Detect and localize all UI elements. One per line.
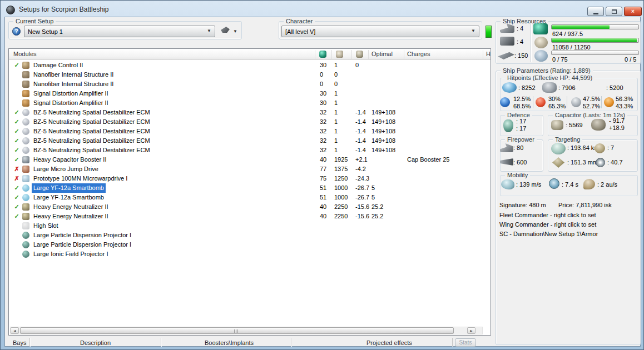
wing-commander-line[interactable]: Wing Commander - right click to set	[499, 221, 596, 228]
module-row[interactable]: ✗ Large Micro Jump Drive 77 1375 -4.2	[9, 164, 491, 174]
module-row[interactable]: Large Ionic Field Projector I	[9, 249, 491, 259]
tab-bays[interactable]: Bays	[13, 339, 26, 347]
targeting-range-icon	[551, 143, 566, 154]
kinetic-resist-icon	[571, 97, 581, 107]
launcher-hardpoints-icon	[500, 37, 514, 46]
module-pg-value: 1000	[334, 183, 348, 193]
module-cpu-value: 40	[320, 202, 326, 212]
module-row[interactable]: ✓ BZ-5 Neutralizing Spatial Destabilizer…	[9, 136, 491, 146]
capacitor-recharge-value: +18.9	[609, 124, 625, 132]
stats-button[interactable]: Stats	[455, 338, 476, 347]
horizontal-scrollbar[interactable]: ◄ ►	[10, 327, 483, 334]
module-row[interactable]: Nanofiber Internal Structure II 0 0	[9, 70, 491, 79]
module-cap-value: -26.7	[355, 183, 369, 193]
squad-commander-line[interactable]: SC - Damnation\New Setup 1\Armor	[499, 231, 598, 238]
module-name: Damage Control II	[32, 61, 85, 70]
mobility-label: Mobility	[505, 172, 530, 179]
scan-resolution-value: : 151.3 mm	[567, 159, 598, 166]
module-row[interactable]: ✓ BZ-5 Neutralizing Spatial Destabilizer…	[9, 146, 491, 155]
close-button[interactable]: ×	[624, 7, 642, 16]
powergrid-bar	[551, 38, 639, 43]
module-cap-value: -1.4	[355, 117, 366, 127]
module-name: BZ-5 Neutralizing Spatial Destabilizer E…	[32, 136, 152, 146]
character-skill-indicator	[486, 26, 492, 38]
charges-column-header: Charges	[407, 51, 430, 58]
module-name: Signal Distortion Amplifier II	[32, 89, 110, 98]
chevron-down-icon: ▼	[207, 28, 211, 33]
modules-column-header: Modules	[13, 51, 37, 58]
module-cap-value: -4.2	[355, 164, 366, 174]
module-row[interactable]: Large Particle Dispersion Projector I	[9, 240, 491, 249]
module-row[interactable]: ✓ Large YF-12a Smartbomb 51 1000 -26.7 5	[9, 183, 491, 193]
module-name: BZ-5 Neutralizing Spatial Destabilizer E…	[32, 117, 152, 127]
maximize-button[interactable]	[606, 7, 622, 16]
hitpoints-label: Hitpoints (Effective HP: 44,599)	[505, 74, 595, 82]
module-row[interactable]: Nanofiber Internal Structure II 0 0	[9, 79, 491, 89]
module-row[interactable]: Signal Distortion Amplifier II 30 1	[9, 98, 491, 108]
shield-hp-value: : 8252	[518, 84, 536, 92]
module-name: Nanofiber Internal Structure II	[32, 79, 115, 89]
module-row[interactable]: Large Particle Dispersion Projector I	[9, 231, 491, 240]
tab-projected-effects[interactable]: Projected effects	[366, 339, 412, 347]
character-select[interactable]: [All level V] ▼	[281, 26, 479, 37]
tab-description[interactable]: Description	[80, 339, 111, 347]
module-row[interactable]: ✓ BZ-5 Neutralizing Spatial Destabilizer…	[9, 108, 491, 117]
scroll-left-button[interactable]: ◄	[11, 327, 19, 334]
module-row[interactable]: ✓ BZ-5 Neutralizing Spatial Destabilizer…	[9, 117, 491, 127]
setup-select[interactable]: New Setup 1 ▼	[24, 26, 215, 37]
module-row[interactable]: ✓ Damage Control II 30 1 0	[9, 61, 491, 70]
module-cap-value: 0	[355, 61, 359, 70]
bottom-tab-bar: Bays Description Boosters\Implants Proje…	[8, 337, 491, 348]
module-icon	[22, 81, 29, 88]
module-pg-value: 1	[334, 98, 338, 108]
module-row[interactable]: ✓ BZ-5 Neutralizing Spatial Destabilizer…	[9, 127, 491, 136]
module-row[interactable]: ✓ Large YF-12a Smartbomb 51 1000 -26.7 5	[9, 193, 491, 202]
tab-boosters-implants[interactable]: Boosters\Implants	[205, 339, 254, 347]
capacitor-amount-value: : 5569	[566, 122, 583, 129]
module-pg-value: 2250	[334, 212, 348, 221]
module-rows: ✓ Damage Control II 30 1 0 Nanofiber Int…	[9, 61, 491, 259]
module-row[interactable]: ✓ Heavy Energy Neutralizer II 40 2250 -1…	[9, 212, 491, 221]
module-icon	[22, 251, 29, 258]
defence-bottom-value: : 17	[516, 125, 526, 132]
minimize-button[interactable]	[587, 7, 604, 16]
scrollbar-thumb[interactable]	[20, 327, 454, 334]
module-row[interactable]: ✓ Heavy Capacitor Booster II 40 1925 +2.…	[9, 155, 491, 164]
module-row[interactable]: ✗ Prototype 100MN Microwarpdrive I 75 12…	[9, 174, 491, 183]
cpu-column-icon	[319, 51, 326, 58]
module-row[interactable]: High Slot	[9, 221, 491, 231]
thermal-resist-main: 30%	[548, 96, 561, 103]
module-icon	[22, 128, 29, 135]
max-targets-value: : 7	[607, 144, 614, 152]
chevron-down-icon: ▼	[471, 28, 475, 33]
module-cpu-value: 51	[320, 193, 326, 202]
module-cpu-value: 32	[320, 127, 326, 136]
fleet-commander-line[interactable]: Fleet Commander - right click to set	[499, 212, 596, 219]
powergrid-column-icon	[336, 51, 343, 58]
module-name: Heavy Capacitor Booster II	[32, 155, 108, 164]
scroll-right-button[interactable]: ►	[467, 327, 475, 334]
module-pg-value: 1000	[334, 193, 348, 202]
module-name: BZ-5 Neutralizing Spatial Destabilizer E…	[32, 146, 152, 155]
module-cpu-value: 32	[320, 146, 326, 155]
signature-value: Signature: 480 m	[499, 202, 546, 209]
cpu-icon	[533, 23, 548, 34]
price-value: Price: 7,811,990 isk	[558, 202, 612, 209]
ship-browser-button[interactable]: ▼	[221, 27, 241, 37]
chevron-down-icon: ▼	[233, 29, 237, 34]
firepower-label: Firepower	[505, 136, 537, 143]
module-optimal-value: 25.2	[371, 202, 383, 212]
module-cap-value: -24.3	[355, 174, 369, 183]
max-velocity-icon	[501, 179, 514, 189]
help-icon[interactable]: ?	[12, 27, 21, 36]
module-row[interactable]: ✓ Heavy Energy Neutralizer II 40 2250 -1…	[9, 202, 491, 212]
sensor-strength-value: : 40.7	[607, 159, 623, 166]
dps-value: : 600	[513, 159, 527, 166]
module-status-icon: ✓	[13, 183, 20, 193]
em-resist-eff: 68.5%	[513, 103, 531, 110]
module-row[interactable]: Signal Distortion Amplifier II 30 1	[9, 89, 491, 98]
module-pg-value: 1	[334, 61, 338, 70]
module-name: Signal Distortion Amplifier II	[32, 98, 110, 108]
module-pg-value: 1925	[334, 155, 348, 164]
module-status-icon: ✓	[13, 117, 20, 127]
